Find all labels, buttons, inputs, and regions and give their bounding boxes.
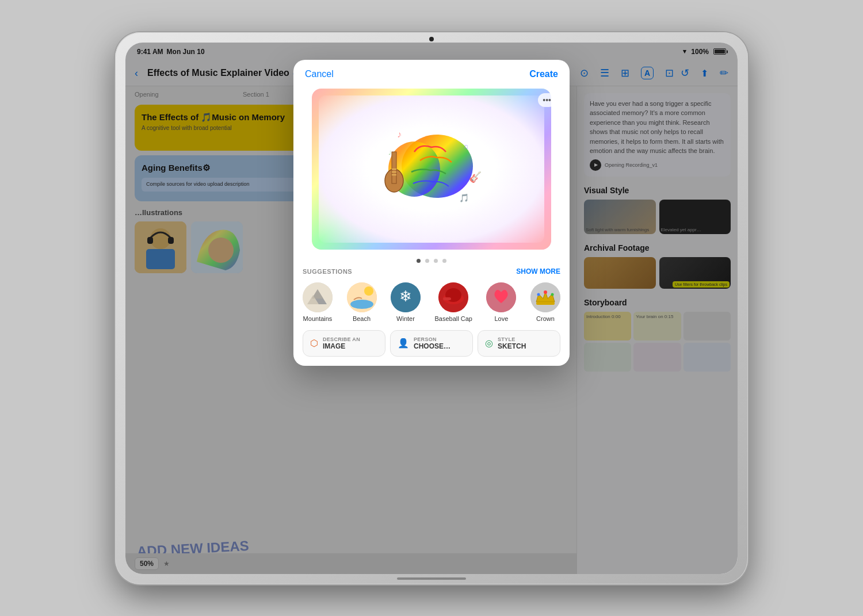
suggestions-label: SUGGESTIONS [303, 268, 352, 275]
svg-text:🎵: 🎵 [459, 193, 469, 203]
suggestion-baseball-cap[interactable]: Baseball Cap [435, 282, 472, 322]
baseball-cap-label: Baseball Cap [435, 315, 472, 322]
svg-point-24 [350, 300, 373, 309]
ipad-screen: 9:41 AM Mon Jun 10 ▾ 100% ‹ Effects of M… [125, 43, 738, 574]
love-icon [486, 282, 516, 312]
person-choose-value: CHOOSE… [414, 342, 450, 350]
modal-image-container: ♪ ♫ ♩ 🎸 🎵 ••• [303, 89, 560, 250]
show-more-button[interactable]: SHOW MORE [516, 267, 560, 276]
person-choose-button[interactable]: 👤 PERSON CHOOSE… [390, 330, 473, 357]
suggestion-mountains[interactable]: Mountains [303, 282, 333, 322]
suggestion-winter[interactable]: ❄ Winter [391, 282, 421, 322]
style-sketch-text: STYLE SKETCH [498, 336, 526, 350]
dot-2 [425, 259, 429, 263]
svg-rect-31 [443, 297, 451, 300]
modal-overlay: Cancel Create [125, 43, 738, 574]
dot-4 [442, 259, 446, 263]
love-label: Love [495, 315, 509, 322]
describe-image-value: IMAGE [323, 342, 360, 350]
more-dots-icon: ••• [543, 95, 551, 105]
crown-label: Crown [536, 315, 555, 322]
cancel-button[interactable]: Cancel [305, 69, 334, 79]
svg-rect-34 [536, 302, 555, 305]
brain-illustration: ♪ ♫ ♩ 🎸 🎵 [362, 106, 501, 232]
winter-label: Winter [396, 315, 415, 322]
suggestions-header: SUGGESTIONS SHOW MORE [303, 267, 560, 276]
svg-text:🎸: 🎸 [469, 171, 482, 183]
svg-point-35 [544, 290, 547, 294]
suggestions-area: SUGGESTIONS SHOW MORE [293, 267, 570, 366]
more-options-button[interactable]: ••• [538, 93, 556, 107]
camera-dot [429, 37, 434, 41]
svg-text:♪: ♪ [397, 129, 402, 139]
modal-image-area: ♪ ♫ ♩ 🎸 🎵 [312, 89, 551, 250]
ipad-device: 9:41 AM Mon Jun 10 ▾ 100% ‹ Effects of M… [115, 32, 748, 584]
modal-pagination-dots [293, 259, 570, 263]
describe-image-label: DESCRIBE AN [323, 336, 360, 342]
mountains-label: Mountains [303, 315, 333, 322]
baseball-cap-icon [438, 282, 468, 312]
style-sketch-button[interactable]: ◎ STYLE SKETCH [478, 330, 560, 357]
svg-rect-10 [392, 152, 396, 183]
style-sketch-value: SKETCH [498, 342, 526, 350]
modal-image-inner: ♪ ♫ ♩ 🎸 🎵 [319, 95, 544, 243]
dot-3 [434, 259, 438, 263]
style-icon: ◎ [485, 338, 493, 349]
svg-text:♫: ♫ [463, 143, 468, 151]
mountains-icon [303, 282, 333, 312]
image-generation-modal: Cancel Create [293, 60, 570, 366]
suggestions-grid: Mountains Beach [303, 282, 560, 322]
person-choose-label: PERSON [414, 336, 450, 342]
style-sketch-label: STYLE [498, 336, 526, 342]
person-choose-text: PERSON CHOOSE… [414, 336, 450, 350]
modal-header: Cancel Create [293, 60, 570, 79]
create-button[interactable]: Create [529, 69, 558, 79]
winter-icon: ❄ [391, 282, 421, 312]
describe-image-text: DESCRIBE AN IMAGE [323, 336, 360, 350]
beach-label: Beach [353, 315, 371, 322]
beach-icon [347, 282, 377, 312]
describe-image-icon: ⬡ [310, 338, 318, 349]
suggestion-crown[interactable]: Crown [530, 282, 560, 322]
action-buttons-row: ⬡ DESCRIBE AN IMAGE 👤 PERSON CHOOSE… [303, 330, 560, 357]
suggestion-love[interactable]: Love [486, 282, 516, 322]
dot-1 [417, 259, 421, 263]
suggestion-beach[interactable]: Beach [347, 282, 377, 322]
describe-image-button[interactable]: ⬡ DESCRIBE AN IMAGE [303, 330, 385, 357]
svg-point-25 [364, 286, 373, 296]
crown-icon [530, 282, 560, 312]
home-indicator [397, 577, 466, 580]
svg-point-37 [551, 293, 553, 296]
svg-point-36 [537, 293, 540, 296]
person-icon: 👤 [398, 338, 409, 349]
svg-text:❄: ❄ [399, 288, 412, 305]
svg-text:♩: ♩ [388, 150, 391, 156]
